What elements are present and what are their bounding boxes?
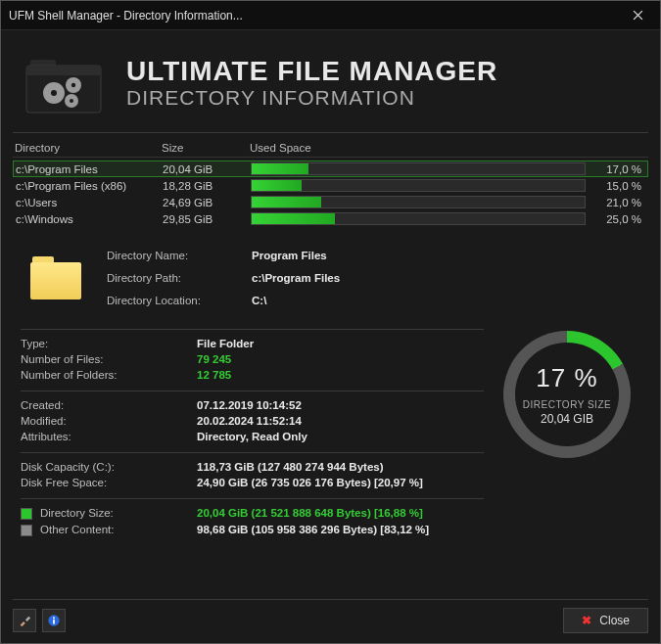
numfolders-label: Number of Folders: [21,369,197,381]
table-row[interactable]: c:\Program Files20,04 GiB17,0 % [13,161,648,177]
cell-bar [251,162,591,175]
cell-bar [251,196,591,208]
modified-value: 20.02.2024 11:52:14 [197,415,484,427]
cell-pct: 17,0 % [591,163,645,175]
other-value: 98,68 GiB (105 958 386 296 Bytes) [83,12… [197,524,484,536]
window-title: UFM Shell Manager - Directory Informatio… [9,9,616,23]
divider [21,498,484,499]
numfiles-label: Number of Files: [21,353,197,365]
type-label: Type: [21,338,197,349]
dir-loc-label: Directory Location: [107,295,244,306]
footer: ✖ Close [13,599,648,633]
tools-button[interactable] [13,609,36,632]
ring-value: 20,04 GIB [523,412,611,426]
app-subtitle: DIRECTORY INFORMATION [126,86,497,110]
dir-name-value: Program Files [252,250,340,261]
info-button[interactable] [42,609,66,632]
col-used[interactable]: Used Space [250,142,646,154]
dir-identity: Directory Name: Program Files Directory … [107,247,340,309]
svg-point-8 [70,99,73,103]
svg-rect-10 [53,620,55,623]
freespace-label: Disk Free Space: [21,477,197,488]
window-close-button[interactable] [616,1,660,29]
table-body: c:\Program Files20,04 GiB17,0 %c:\Progra… [13,158,648,227]
details-left: Type: File Folder Number of Files: 79 24… [21,325,484,546]
numfiles-value: 79 245 [197,353,484,365]
window: UFM Shell Manager - Directory Informatio… [0,0,661,644]
swatch-green-icon [21,508,32,520]
svg-point-7 [71,83,75,87]
dir-name-label: Directory Name: [107,250,244,261]
table-row[interactable]: c:\Windows29,85 GiB25,0 % [13,210,648,227]
details-main: Type: File Folder Number of Files: 79 24… [13,325,648,546]
cell-dir: c:\Windows [16,213,163,225]
cell-size: 20,04 GiB [163,163,251,175]
folder-icon [28,251,87,309]
app-title: ULTIMATE FILE MANAGER [126,57,497,87]
dir-path-value: c:\Program Files [252,272,340,284]
divider [21,391,484,391]
titlebar: UFM Shell Manager - Directory Informatio… [1,1,660,30]
cell-pct: 15,0 % [591,180,645,192]
content: Directory Size Used Space c:\Program Fil… [1,133,660,591]
divider [21,452,484,453]
ring-gauge: 17 % DIRECTORY SIZE 20,04 GIB [503,331,631,458]
cell-dir: c:\Program Files [16,163,163,175]
dir-path-label: Directory Path: [107,272,244,284]
details-top: Directory Name: Program Files Directory … [13,243,648,313]
cell-pct: 21,0 % [591,197,645,208]
cell-size: 18,28 GiB [163,180,251,192]
type-value: File Folder [197,338,484,349]
svg-rect-11 [53,618,55,620]
close-x-icon: ✖ [582,614,591,627]
table-row[interactable]: c:\Users24,69 GiB21,0 % [13,194,648,210]
created-label: Created: [21,399,197,411]
dirsize-label: Directory Size: [21,507,197,520]
freespace-value: 24,90 GiB (26 735 026 176 Bytes) [20,97 … [197,477,484,488]
header-text: ULTIMATE FILE MANAGER DIRECTORY INFORMAT… [126,57,497,111]
cell-dir: c:\Users [16,197,163,208]
table-header: Directory Size Used Space [13,139,648,158]
col-directory[interactable]: Directory [15,142,162,154]
svg-point-6 [51,90,57,96]
svg-rect-2 [26,66,101,75]
cell-size: 29,85 GiB [163,213,251,225]
swatch-gray-icon [21,525,32,536]
header: ULTIMATE FILE MANAGER DIRECTORY INFORMAT… [1,30,660,130]
ring-label: DIRECTORY SIZE [523,399,611,410]
created-value: 07.12.2019 10:14:52 [197,399,484,411]
cell-size: 24,69 GiB [163,197,251,208]
cell-bar [251,179,591,192]
close-icon [633,10,643,21]
close-button[interactable]: ✖ Close [563,608,648,633]
capacity-label: Disk Capacity (C:): [21,461,197,473]
cell-bar [251,212,591,225]
cell-dir: c:\Program Files (x86) [16,180,163,192]
app-folder-gears-icon [21,44,109,122]
ring-percent: 17 % [523,363,611,393]
other-label: Other Content: [21,524,197,536]
info-icon [47,614,61,627]
table-row[interactable]: c:\Program Files (x86)18,28 GiB15,0 % [13,177,648,194]
numfolders-value: 12 785 [197,369,484,381]
close-button-label: Close [599,614,630,627]
attributes-label: Attributes: [21,431,197,442]
dir-loc-value: C:\ [252,295,340,306]
col-size[interactable]: Size [162,142,250,154]
tools-icon [18,614,31,627]
ring-chart: 17 % DIRECTORY SIZE 20,04 GIB [494,325,640,546]
attributes-value: Directory, Read Only [197,431,484,442]
dirsize-value: 20,04 GiB (21 521 888 648 Bytes) [16,88 … [197,507,484,520]
modified-label: Modified: [21,415,197,427]
divider [21,329,484,330]
capacity-value: 118,73 GiB (127 480 274 944 Bytes) [197,461,484,473]
cell-pct: 25,0 % [591,213,645,225]
